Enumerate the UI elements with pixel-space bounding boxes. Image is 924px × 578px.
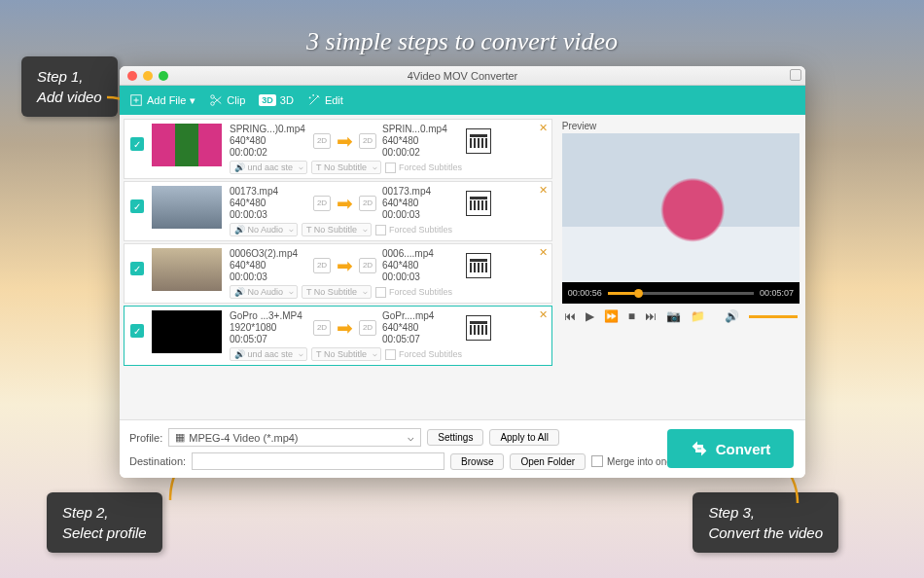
edit-label: Edit — [325, 94, 343, 106]
dest-res: 640*480 — [382, 260, 460, 271]
audio-select[interactable]: 🔊 No Audio — [230, 285, 298, 299]
volume-slider[interactable] — [749, 315, 798, 318]
window-title: 4Video MOV Converter — [120, 70, 805, 82]
convert-button[interactable]: Convert — [667, 429, 794, 468]
remove-item-button[interactable]: ✕ — [539, 184, 548, 197]
callout-step2: Step 2, Select profile — [47, 492, 162, 553]
item-checkbox[interactable]: ✓ — [130, 199, 144, 213]
dest-name: GoPr....mp4 — [382, 310, 460, 321]
forced-subtitles-checkbox[interactable]: Forced Subtitles — [375, 223, 452, 236]
folder-button[interactable]: 📁 — [691, 309, 705, 323]
timeline[interactable]: 00:00:56 00:05:07 — [562, 282, 800, 304]
source-name: 00173.mp4 — [230, 186, 307, 197]
callout-step3: Step 3, Convert the video — [693, 492, 838, 553]
clip-button[interactable]: Clip — [209, 93, 245, 107]
volume-icon[interactable]: 🔊 — [725, 309, 739, 323]
callout-step1: Step 1, Add video — [21, 56, 118, 117]
browse-button[interactable]: Browse — [450, 453, 504, 470]
source-2d-badge: 2D — [313, 133, 331, 149]
fullscreen-icon[interactable] — [790, 69, 801, 81]
forced-subtitles-checkbox[interactable]: Forced Subtitles — [385, 161, 462, 174]
open-folder-button[interactable]: Open Folder — [510, 453, 586, 470]
3d-button[interactable]: 3D 3D — [259, 94, 294, 106]
forced-subtitles-checkbox[interactable]: Forced Subtitles — [375, 285, 452, 299]
prev-button[interactable]: ⏮ — [564, 309, 576, 323]
format-icon[interactable] — [466, 128, 491, 154]
dest-dur: 00:00:03 — [382, 209, 460, 220]
arrow-right-icon: ➡ — [337, 129, 353, 153]
3d-icon: 3D — [259, 94, 276, 106]
next-button[interactable]: ⏭ — [645, 309, 657, 323]
item-checkbox[interactable]: ✓ — [130, 324, 144, 338]
source-2d-badge: 2D — [313, 258, 331, 273]
svg-point-2 — [211, 102, 215, 106]
format-icon[interactable] — [466, 253, 491, 278]
list-item[interactable]: ✕ ✓ SPRING...)0.mp4 640*480 00:00:02 2D … — [124, 119, 552, 179]
destination-input[interactable] — [192, 452, 444, 470]
source-dur: 00:00:02 — [230, 147, 307, 158]
source-2d-badge: 2D — [313, 196, 331, 211]
format-icon[interactable] — [466, 191, 491, 216]
preview-video[interactable]: 00:00:56 00:05:07 — [562, 133, 800, 304]
convert-label: Convert — [716, 441, 771, 457]
dest-res: 640*480 — [382, 198, 460, 208]
chevron-down-icon: ▾ — [190, 94, 195, 107]
dest-name: 0006....mp4 — [382, 248, 460, 259]
svg-point-4 — [312, 94, 314, 96]
seek-track[interactable] — [608, 292, 754, 295]
audio-select[interactable]: 🔊 No Audio — [230, 223, 298, 236]
preview-frame — [562, 133, 800, 304]
audio-select[interactable]: 🔊 und aac ste — [230, 161, 307, 174]
time-current: 00:00:56 — [568, 288, 602, 298]
list-item[interactable]: ✕ ✓ GoPro ...3+.MP4 1920*1080 00:05:07 2… — [124, 306, 552, 366]
item-meta: 00173.mp4 640*480 00:00:03 2D ➡ 2D 00173… — [230, 186, 546, 236]
destination-label: Destination: — [129, 455, 186, 467]
subtitle-select[interactable]: T No Subtitle — [302, 285, 372, 299]
remove-item-button[interactable]: ✕ — [539, 308, 548, 321]
next-frame-button[interactable]: ⏩ — [604, 309, 619, 323]
dest-2d-badge: 2D — [359, 258, 376, 273]
source-2d-badge: 2D — [313, 320, 331, 336]
remove-item-button[interactable]: ✕ — [539, 122, 548, 134]
subtitle-select[interactable]: T No Subtitle — [311, 347, 381, 361]
source-dur: 00:05:07 — [230, 334, 307, 344]
format-small-icon: ▦ — [175, 431, 185, 444]
wand-icon — [307, 93, 321, 107]
add-file-button[interactable]: Add File ▾ — [129, 93, 195, 107]
subtitle-select[interactable]: T No Subtitle — [302, 223, 372, 236]
play-button[interactable]: ▶ — [586, 309, 594, 323]
arrow-right-icon: ➡ — [337, 254, 353, 277]
item-meta: GoPro ...3+.MP4 1920*1080 00:05:07 2D ➡ … — [230, 310, 546, 361]
edit-button[interactable]: Edit — [307, 93, 343, 107]
source-res: 640*480 — [230, 135, 307, 146]
callout-step2-line2: Select profile — [62, 523, 147, 543]
snapshot-button[interactable]: 📷 — [666, 309, 681, 323]
convert-icon — [691, 440, 708, 457]
file-list: ✕ ✓ SPRING...)0.mp4 640*480 00:00:02 2D … — [120, 115, 556, 419]
remove-item-button[interactable]: ✕ — [539, 246, 548, 259]
list-item[interactable]: ✕ ✓ 0006O3(2).mp4 640*480 00:00:03 2D ➡ … — [124, 243, 552, 304]
source-res: 1920*1080 — [230, 322, 307, 333]
audio-select[interactable]: 🔊 und aac ste — [230, 347, 307, 361]
subtitle-select[interactable]: T No Subtitle — [311, 161, 381, 174]
forced-subtitles-checkbox[interactable]: Forced Subtitles — [385, 347, 462, 361]
stop-button[interactable]: ■ — [628, 309, 635, 323]
item-checkbox[interactable]: ✓ — [130, 137, 144, 151]
settings-button[interactable]: Settings — [427, 429, 483, 446]
preview-label: Preview — [562, 119, 800, 133]
format-icon[interactable] — [466, 315, 491, 341]
list-item[interactable]: ✕ ✓ 00173.mp4 640*480 00:00:03 2D ➡ 2D 0… — [124, 181, 552, 241]
thumbnail — [152, 186, 222, 229]
dest-name: 00173.mp4 — [382, 186, 460, 197]
callout-step3-line2: Convert the video — [708, 523, 823, 543]
scissors-icon — [209, 93, 223, 107]
apply-all-button[interactable]: Apply to All — [489, 429, 558, 446]
dest-res: 640*480 — [382, 135, 460, 146]
item-checkbox[interactable]: ✓ — [130, 262, 144, 275]
dest-dur: 00:00:03 — [382, 271, 460, 282]
arrow-right-icon: ➡ — [337, 192, 353, 215]
profile-label: Profile: — [129, 432, 162, 444]
dest-2d-badge: 2D — [359, 133, 376, 149]
app-window: 4Video MOV Converter Add File ▾ Clip 3D … — [120, 66, 805, 478]
profile-select[interactable]: ▦ MPEG-4 Video (*.mp4) — [168, 428, 421, 447]
